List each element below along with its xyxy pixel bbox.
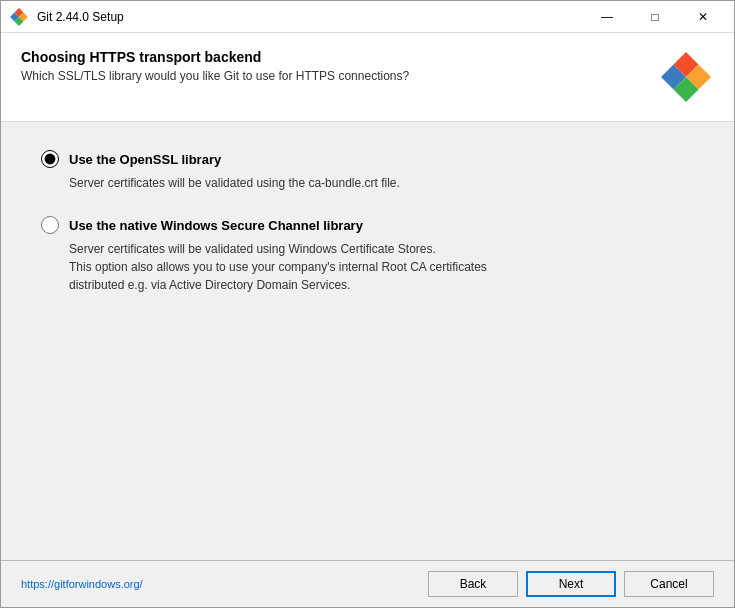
title-bar: Git 2.44.0 Setup — □ ✕	[1, 1, 734, 33]
footer: https://gitforwindows.org/ Back Next Can…	[1, 560, 734, 607]
winsecure-radio[interactable]	[41, 216, 59, 234]
content-area: Use the OpenSSL library Server certifica…	[1, 122, 734, 560]
openssl-description: Server certificates will be validated us…	[69, 174, 694, 192]
git-logo-icon	[658, 49, 714, 105]
window-controls: — □ ✕	[584, 1, 726, 33]
openssl-option: Use the OpenSSL library Server certifica…	[41, 150, 694, 192]
page-title: Choosing HTTPS transport backend	[21, 49, 658, 65]
winsecure-description: Server certificates will be validated us…	[69, 240, 694, 294]
openssl-label[interactable]: Use the OpenSSL library	[69, 152, 221, 167]
footer-link[interactable]: https://gitforwindows.org/	[21, 578, 143, 590]
openssl-label-row: Use the OpenSSL library	[41, 150, 694, 168]
winsecure-label[interactable]: Use the native Windows Secure Channel li…	[69, 218, 363, 233]
header-section: Choosing HTTPS transport backend Which S…	[1, 33, 734, 122]
back-button[interactable]: Back	[428, 571, 518, 597]
footer-buttons: Back Next Cancel	[428, 571, 714, 597]
maximize-button[interactable]: □	[632, 1, 678, 33]
close-button[interactable]: ✕	[680, 1, 726, 33]
next-button[interactable]: Next	[526, 571, 616, 597]
setup-window: Git 2.44.0 Setup — □ ✕ Choosing HTTPS tr…	[0, 0, 735, 608]
openssl-radio[interactable]	[41, 150, 59, 168]
header-text: Choosing HTTPS transport backend Which S…	[21, 49, 658, 83]
minimize-button[interactable]: —	[584, 1, 630, 33]
cancel-button[interactable]: Cancel	[624, 571, 714, 597]
app-icon	[9, 7, 29, 27]
page-subtitle: Which SSL/TLS library would you like Git…	[21, 69, 658, 83]
winsecure-label-row: Use the native Windows Secure Channel li…	[41, 216, 694, 234]
window-title: Git 2.44.0 Setup	[37, 10, 584, 24]
winsecure-option: Use the native Windows Secure Channel li…	[41, 216, 694, 294]
